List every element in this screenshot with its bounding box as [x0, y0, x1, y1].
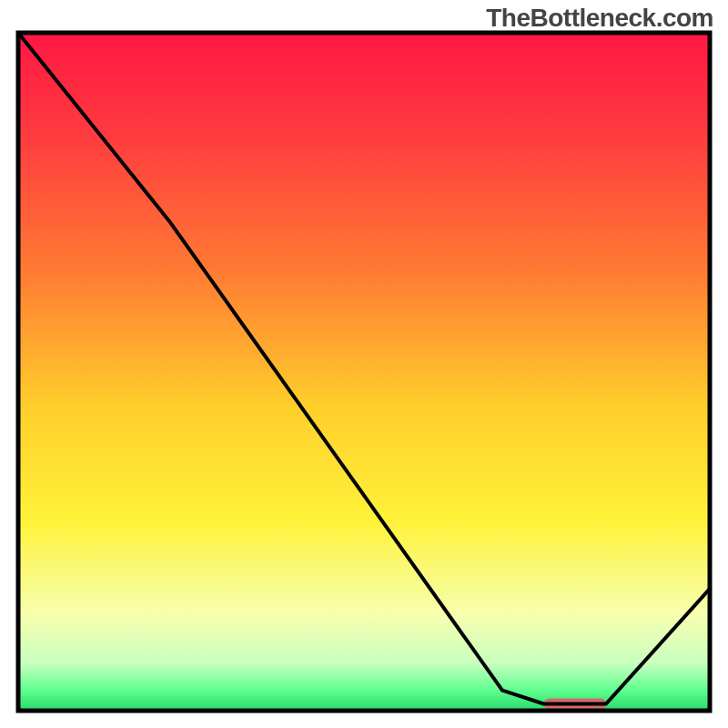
chart-frame: TheBottleneck.com	[0, 0, 728, 728]
bottleneck-chart	[0, 0, 728, 728]
watermark-text: TheBottleneck.com	[486, 4, 713, 33]
gradient-background	[18, 33, 710, 711]
